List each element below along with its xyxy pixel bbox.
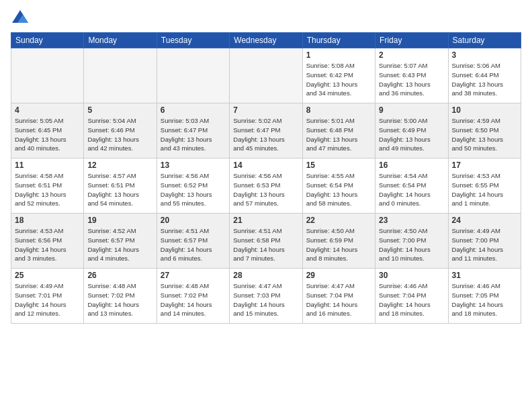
day-header-sunday: Sunday [11,33,84,48]
day-info: Sunrise: 4:59 AM Sunset: 6:50 PM Dayligh… [452,116,517,153]
calendar-cell: 5Sunrise: 5:04 AM Sunset: 6:46 PM Daylig… [84,103,157,158]
logo [11,8,32,27]
calendar-cell: 29Sunrise: 4:47 AM Sunset: 7:04 PM Dayli… [302,269,375,324]
day-info: Sunrise: 4:46 AM Sunset: 7:04 PM Dayligh… [379,281,444,318]
calendar-cell: 16Sunrise: 4:54 AM Sunset: 6:54 PM Dayli… [375,158,448,214]
calendar-cell: 27Sunrise: 4:48 AM Sunset: 7:02 PM Dayli… [157,269,229,324]
day-info: Sunrise: 4:50 AM Sunset: 7:00 PM Dayligh… [379,226,444,263]
day-info: Sunrise: 4:54 AM Sunset: 6:54 PM Dayligh… [379,171,444,208]
calendar-cell: 20Sunrise: 4:51 AM Sunset: 6:57 PM Dayli… [157,214,229,269]
calendar-cell: 19Sunrise: 4:52 AM Sunset: 6:57 PM Dayli… [84,214,157,269]
calendar-cell: 3Sunrise: 5:06 AM Sunset: 6:44 PM Daylig… [448,48,521,103]
day-info: Sunrise: 4:46 AM Sunset: 7:05 PM Dayligh… [452,281,517,318]
calendar-cell: 6Sunrise: 5:03 AM Sunset: 6:47 PM Daylig… [157,103,229,158]
day-info: Sunrise: 4:58 AM Sunset: 6:51 PM Dayligh… [15,171,80,208]
day-number: 12 [87,161,152,170]
calendar-cell [157,48,229,103]
calendar-week-row: 11Sunrise: 4:58 AM Sunset: 6:51 PM Dayli… [11,158,521,214]
calendar-cell: 9Sunrise: 5:00 AM Sunset: 6:49 PM Daylig… [375,103,448,158]
calendar-week-row: 4Sunrise: 5:05 AM Sunset: 6:45 PM Daylig… [11,103,521,158]
day-number: 23 [379,216,444,225]
header [11,8,521,27]
day-info: Sunrise: 5:02 AM Sunset: 6:47 PM Dayligh… [233,116,298,153]
calendar-cell [230,48,302,103]
calendar-cell: 8Sunrise: 5:01 AM Sunset: 6:48 PM Daylig… [302,103,375,158]
day-info: Sunrise: 4:53 AM Sunset: 6:55 PM Dayligh… [452,171,517,208]
calendar: SundayMondayTuesdayWednesdayThursdayFrid… [11,32,521,324]
calendar-cell: 23Sunrise: 4:50 AM Sunset: 7:00 PM Dayli… [375,214,448,269]
day-info: Sunrise: 5:00 AM Sunset: 6:49 PM Dayligh… [379,116,444,153]
day-number: 3 [452,50,517,60]
calendar-cell: 26Sunrise: 4:48 AM Sunset: 7:02 PM Dayli… [84,269,157,324]
day-info: Sunrise: 4:48 AM Sunset: 7:02 PM Dayligh… [161,281,226,318]
day-number: 20 [161,216,226,225]
page: SundayMondayTuesdayWednesdayThursdayFrid… [0,0,532,411]
day-info: Sunrise: 4:53 AM Sunset: 6:56 PM Dayligh… [15,226,80,263]
day-info: Sunrise: 5:05 AM Sunset: 6:45 PM Dayligh… [15,116,80,153]
day-number: 9 [379,105,444,115]
day-number: 28 [233,271,298,280]
logo-icon [11,8,30,27]
calendar-cell: 7Sunrise: 5:02 AM Sunset: 6:47 PM Daylig… [230,103,302,158]
day-number: 15 [306,161,371,170]
day-info: Sunrise: 4:49 AM Sunset: 7:00 PM Dayligh… [452,226,517,263]
calendar-cell: 31Sunrise: 4:46 AM Sunset: 7:05 PM Dayli… [448,269,521,324]
calendar-cell: 24Sunrise: 4:49 AM Sunset: 7:00 PM Dayli… [448,214,521,269]
day-number: 21 [233,216,298,225]
day-info: Sunrise: 5:04 AM Sunset: 6:46 PM Dayligh… [87,116,152,153]
calendar-cell: 22Sunrise: 4:50 AM Sunset: 6:59 PM Dayli… [302,214,375,269]
calendar-cell: 25Sunrise: 4:49 AM Sunset: 7:01 PM Dayli… [11,269,84,324]
day-number: 2 [379,50,444,60]
day-number: 26 [87,271,152,280]
calendar-cell: 2Sunrise: 5:07 AM Sunset: 6:43 PM Daylig… [375,48,448,103]
day-number: 17 [452,161,517,170]
day-number: 6 [161,105,226,115]
day-info: Sunrise: 4:50 AM Sunset: 6:59 PM Dayligh… [306,226,371,263]
calendar-cell: 15Sunrise: 4:55 AM Sunset: 6:54 PM Dayli… [302,158,375,214]
day-header-wednesday: Wednesday [230,33,302,48]
day-number: 11 [15,161,80,170]
day-number: 30 [379,271,444,280]
day-info: Sunrise: 4:56 AM Sunset: 6:53 PM Dayligh… [233,171,298,208]
calendar-cell: 18Sunrise: 4:53 AM Sunset: 6:56 PM Dayli… [11,214,84,269]
calendar-cell: 21Sunrise: 4:51 AM Sunset: 6:58 PM Dayli… [230,214,302,269]
day-header-friday: Friday [375,33,448,48]
day-header-monday: Monday [84,33,157,48]
calendar-cell: 30Sunrise: 4:46 AM Sunset: 7:04 PM Dayli… [375,269,448,324]
day-info: Sunrise: 4:57 AM Sunset: 6:51 PM Dayligh… [87,171,152,208]
day-info: Sunrise: 4:56 AM Sunset: 6:52 PM Dayligh… [161,171,226,208]
calendar-cell: 10Sunrise: 4:59 AM Sunset: 6:50 PM Dayli… [448,103,521,158]
day-number: 4 [15,105,80,115]
day-number: 5 [87,105,152,115]
day-number: 18 [15,216,80,225]
day-info: Sunrise: 5:08 AM Sunset: 6:42 PM Dayligh… [306,61,371,98]
day-number: 31 [452,271,517,280]
day-info: Sunrise: 4:47 AM Sunset: 7:04 PM Dayligh… [306,281,371,318]
day-number: 22 [306,216,371,225]
day-number: 7 [233,105,298,115]
day-info: Sunrise: 4:48 AM Sunset: 7:02 PM Dayligh… [87,281,152,318]
day-info: Sunrise: 4:49 AM Sunset: 7:01 PM Dayligh… [15,281,80,318]
day-number: 25 [15,271,80,280]
day-number: 10 [452,105,517,115]
day-number: 8 [306,105,371,115]
day-info: Sunrise: 5:01 AM Sunset: 6:48 PM Dayligh… [306,116,371,153]
day-number: 16 [379,161,444,170]
day-header-tuesday: Tuesday [157,33,229,48]
day-info: Sunrise: 4:47 AM Sunset: 7:03 PM Dayligh… [233,281,298,318]
day-number: 29 [306,271,371,280]
day-number: 14 [233,161,298,170]
day-info: Sunrise: 5:06 AM Sunset: 6:44 PM Dayligh… [452,61,517,98]
day-info: Sunrise: 4:52 AM Sunset: 6:57 PM Dayligh… [87,226,152,263]
calendar-cell: 13Sunrise: 4:56 AM Sunset: 6:52 PM Dayli… [157,158,229,214]
day-number: 24 [452,216,517,225]
calendar-header-row: SundayMondayTuesdayWednesdayThursdayFrid… [11,33,521,48]
calendar-cell: 14Sunrise: 4:56 AM Sunset: 6:53 PM Dayli… [230,158,302,214]
calendar-cell: 17Sunrise: 4:53 AM Sunset: 6:55 PM Dayli… [448,158,521,214]
calendar-week-row: 18Sunrise: 4:53 AM Sunset: 6:56 PM Dayli… [11,214,521,269]
day-number: 19 [87,216,152,225]
day-number: 1 [306,50,371,60]
calendar-cell: 11Sunrise: 4:58 AM Sunset: 6:51 PM Dayli… [11,158,84,214]
calendar-cell [84,48,157,103]
calendar-cell: 1Sunrise: 5:08 AM Sunset: 6:42 PM Daylig… [302,48,375,103]
